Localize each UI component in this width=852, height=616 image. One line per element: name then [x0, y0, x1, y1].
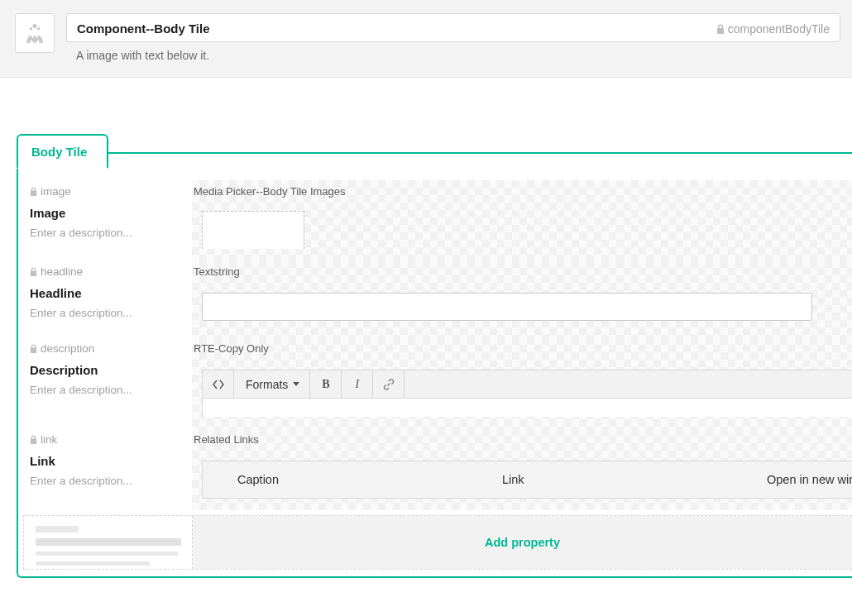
- lock-icon: [30, 435, 37, 444]
- title-card[interactable]: Component--Body Tile componentBodyTile: [66, 13, 840, 42]
- lock-icon: [30, 187, 37, 196]
- property-alias[interactable]: image: [30, 185, 180, 198]
- rte-source-button[interactable]: [203, 370, 234, 398]
- textstring-input[interactable]: [202, 293, 812, 321]
- add-property-button[interactable]: Add property: [485, 536, 560, 549]
- col-header-open: Open in new win: [767, 473, 852, 486]
- property-description[interactable]: Enter a description...: [30, 227, 180, 239]
- doctype-alias: componentBodyTile: [716, 22, 830, 36]
- rte-body[interactable]: [203, 399, 852, 417]
- rte-formats-dropdown[interactable]: Formats: [234, 370, 310, 398]
- rte-link-button[interactable]: [373, 370, 404, 398]
- doctype-title: Component--Body Tile: [77, 21, 210, 36]
- rte-editor: Formats B I: [202, 370, 852, 417]
- lock-icon: [30, 267, 37, 276]
- property-editor-label[interactable]: Textstring: [192, 265, 852, 284]
- chevron-down-icon: [293, 382, 299, 386]
- add-property-row: Add property: [23, 515, 852, 570]
- property-description[interactable]: Enter a description...: [30, 384, 180, 396]
- rte-italic-button[interactable]: I: [342, 370, 373, 398]
- property-description[interactable]: Enter a description...: [30, 475, 180, 487]
- tab-body-tile[interactable]: Body Tile: [17, 134, 108, 169]
- link-icon: [383, 379, 395, 390]
- code-icon: [213, 380, 224, 389]
- media-picker-placeholder[interactable]: [202, 211, 304, 249]
- svg-point-2: [37, 27, 41, 31]
- property-name[interactable]: Link: [30, 454, 180, 468]
- property-editor-label[interactable]: Related Links: [192, 433, 852, 452]
- property-name[interactable]: Description: [30, 363, 180, 377]
- property-editor-label[interactable]: RTE-Copy Only: [192, 342, 852, 361]
- svg-point-0: [33, 24, 37, 28]
- doctype-description[interactable]: A image with text below it.: [66, 42, 840, 62]
- property-alias[interactable]: description: [30, 342, 180, 355]
- related-links-table: Caption Link Open in new win: [202, 461, 852, 499]
- lock-icon: [30, 344, 37, 353]
- property-name[interactable]: Headline: [30, 286, 180, 300]
- property-alias[interactable]: link: [30, 433, 180, 446]
- property-row-image: image Image Enter a description... Media…: [18, 180, 852, 260]
- add-property-skeleton: [24, 516, 193, 569]
- col-header-link: Link: [502, 473, 767, 486]
- property-alias[interactable]: headline: [30, 265, 180, 278]
- doctype-icon[interactable]: [15, 13, 55, 53]
- property-description[interactable]: Enter a description...: [30, 307, 180, 319]
- property-row-headline: headline Headline Enter a description...…: [18, 260, 852, 337]
- tab-panel: Body Tile image Image Enter a descriptio…: [17, 152, 852, 578]
- property-row-description: description Description Enter a descript…: [18, 337, 852, 428]
- people-care-icon: [22, 21, 47, 45]
- property-row-link: link Link Enter a description... Related…: [18, 428, 852, 510]
- col-header-caption: Caption: [237, 473, 502, 486]
- property-name[interactable]: Image: [30, 206, 180, 220]
- page-header: Component--Body Tile componentBodyTile A…: [0, 0, 852, 78]
- svg-point-1: [30, 27, 33, 31]
- rte-bold-button[interactable]: B: [310, 370, 342, 398]
- property-editor-label[interactable]: Media Picker--Body Tile Images: [192, 185, 852, 204]
- lock-icon: [716, 24, 725, 34]
